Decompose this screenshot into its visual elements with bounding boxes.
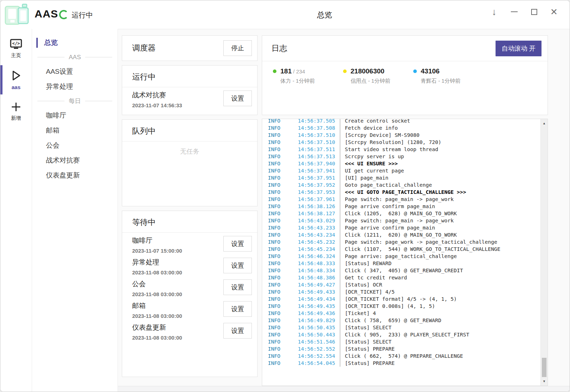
stat-total: / 234	[292, 68, 305, 74]
log-level: INFO	[268, 160, 298, 167]
log-message: Page arrive: page_tactical_challenge	[340, 253, 457, 260]
waiting-settings-button[interactable]: 设置	[223, 323, 252, 339]
waiting-task-row: 咖啡厅2023-11-07 15:00:00设置	[122, 233, 257, 254]
log-viewer[interactable]: INFO14:56:37.505Create control socketINF…	[262, 119, 548, 386]
log-line: INFO14:56:37.952Goto page_tactical_chall…	[268, 181, 548, 189]
rail-item-aas[interactable]: aas	[0, 65, 32, 95]
waiting-settings-button[interactable]: 设置	[223, 258, 252, 273]
waiting-task-time: 2023-11-07 15:00:00	[132, 248, 182, 254]
resource-stat: 181 / 234体力 - 1分钟前	[273, 67, 343, 84]
log-timestamp: 14:56:37.513	[298, 153, 340, 160]
running-settings-button[interactable]: 设置	[223, 91, 252, 106]
log-level: INFO	[268, 274, 298, 281]
stop-button[interactable]: 停止	[223, 40, 252, 56]
close-button[interactable]: ✕	[547, 4, 561, 20]
log-message: [UI] page_main	[340, 174, 388, 181]
sidebar-item-战术对抗赛[interactable]: 战术对抗赛	[32, 153, 118, 168]
log-level: INFO	[268, 338, 298, 345]
maximize-button[interactable]	[527, 4, 541, 20]
queue-empty-text: 无任务	[122, 147, 257, 156]
sidebar-item-overview[interactable]: 总览	[32, 35, 118, 50]
sidebar-item-AAS设置[interactable]: AAS设置	[32, 64, 118, 79]
svg-text:</>: </>	[12, 41, 20, 46]
sidebar-item-公会[interactable]: 公会	[32, 138, 118, 153]
log-timestamp: 14:56:48.334	[298, 267, 340, 274]
log-scrollbar[interactable]: ▲ ▼	[540, 119, 548, 386]
download-button[interactable]: ↓	[487, 4, 501, 20]
log-message: [OCR_TICKET format] 4/5 -> (4, 1, 5)	[340, 295, 457, 303]
task-column: 调度器 停止 运行中 战术对抗赛 2023-11-07 14:56:33 设置 …	[122, 35, 258, 377]
app-logo-icon	[4, 3, 30, 28]
autoscroll-toggle-button[interactable]: 自动滚动 开	[496, 41, 542, 56]
log-timestamp: 14:56:48.333	[298, 260, 340, 267]
scroll-down-icon[interactable]: ▼	[541, 378, 548, 385]
divider-line	[37, 101, 64, 101]
log-message: [Ticket] 4	[340, 310, 376, 317]
divider-line	[85, 57, 112, 57]
log-timestamp: 14:56:43.233	[298, 224, 340, 231]
log-timestamp: 14:56:49.433	[298, 288, 340, 295]
log-line: INFO14:56:37.510[Scrcpy Device] SM-S9080	[268, 131, 548, 139]
log-level: INFO	[268, 167, 298, 174]
log-header-card: 日志 自动滚动 开 181 / 234体力 - 1分钟前218006300信用点…	[262, 35, 548, 115]
log-level: INFO	[268, 345, 298, 352]
menu-divider: 每日	[32, 94, 118, 108]
log-line: INFO14:56:37.511Start video stream loop …	[268, 146, 548, 153]
waiting-settings-button[interactable]: 设置	[223, 236, 252, 252]
log-timestamp: 14:56:49.829	[298, 317, 340, 324]
log-line: INFO14:56:49.435[OCR_TICKET 0.008s] (4, …	[268, 303, 548, 310]
app-window: AAS 运行中 总览 ↓ ✕ </>主页aas新增 总览 AASAAS设置异常处…	[0, 0, 570, 392]
log-level: INFO	[268, 352, 298, 360]
running-task-name: 战术对抗赛	[132, 91, 182, 100]
sidebar-item-仪表盘更新[interactable]: 仪表盘更新	[32, 168, 118, 183]
log-timestamp: 14:56:46.324	[298, 253, 340, 260]
waiting-task-time: 2023-11-08 03:00:00	[132, 291, 182, 297]
log-line: INFO14:56:54.045[Status] PREPARE	[268, 360, 548, 367]
sidebar-item-邮箱[interactable]: 邮箱	[32, 123, 118, 138]
log-level: INFO	[268, 246, 298, 253]
log-timestamp: 14:56:37.951	[298, 174, 340, 181]
waiting-settings-button[interactable]: 设置	[223, 301, 252, 317]
log-line: INFO14:56:49.829Click ( 758, 659) @ GET_…	[268, 317, 548, 324]
log-line: INFO14:56:50.443Click ( 905, 233) @ PLAY…	[268, 331, 548, 338]
log-level: INFO	[268, 119, 298, 124]
scroll-up-icon[interactable]: ▲	[541, 120, 548, 127]
log-line: INFO14:56:45.234Click (1107, 544) @ WORK…	[268, 246, 548, 253]
nav-rail: </>主页aas新增	[0, 29, 32, 392]
sidebar-item-咖啡厅[interactable]: 咖啡厅	[32, 108, 118, 123]
log-line: INFO14:56:52.552[Status] PREPARE	[268, 345, 548, 352]
window-controls: ↓ ✕	[487, 4, 561, 20]
rail-item-新增[interactable]: 新增	[0, 96, 32, 127]
log-message: Goto page_tactical_challenge	[340, 181, 432, 189]
log-line: INFO14:56:48.334Click ( 347, 405) @ GET_…	[268, 267, 548, 274]
minimize-button[interactable]	[507, 4, 521, 20]
log-line: INFO14:56:37.510[Scrcpy Resolution] (128…	[268, 139, 548, 146]
close-icon: ✕	[550, 7, 558, 16]
sidebar-item-label: 总览	[44, 38, 58, 47]
waiting-settings-button[interactable]: 设置	[223, 279, 252, 295]
log-level: INFO	[268, 146, 298, 153]
log-level: INFO	[268, 303, 298, 310]
log-level: INFO	[268, 238, 298, 246]
log-level: INFO	[268, 324, 298, 331]
log-timestamp: 14:56:37.940	[298, 160, 340, 167]
log-message: [OCR_TICKET 0.008s] (4, 1, 5)	[340, 303, 435, 310]
log-level: INFO	[268, 181, 298, 189]
sidebar-item-异常处理[interactable]: 异常处理	[32, 79, 118, 94]
waiting-task-time: 2023-11-08 03:00:00	[132, 313, 182, 319]
rail-item-主页[interactable]: </>主页	[0, 33, 32, 64]
log-title: 日志	[271, 43, 287, 54]
bottom-strip	[118, 386, 570, 392]
log-timestamp: 14:56:52.552	[298, 345, 340, 352]
waiting-task-name: 咖啡厅	[132, 236, 182, 245]
log-timestamp: 14:56:45.232	[298, 238, 340, 246]
log-level: INFO	[268, 317, 298, 324]
log-line: INFO14:56:48.333[Status] REWARD	[268, 260, 548, 267]
log-timestamp: 14:56:48.386	[298, 274, 340, 281]
scrollbar-thumb[interactable]	[542, 358, 546, 377]
log-line: INFO14:56:46.324Page arrive: page_tactic…	[268, 253, 548, 260]
rail-item-label: 新增	[11, 115, 21, 122]
running-task-time: 2023-11-07 14:56:33	[132, 102, 182, 108]
waiting-task-row: 公会2023-11-08 03:00:00设置	[122, 276, 257, 298]
log-line: INFO14:56:49.433[OCR_TICKET] 4/5	[268, 288, 548, 295]
